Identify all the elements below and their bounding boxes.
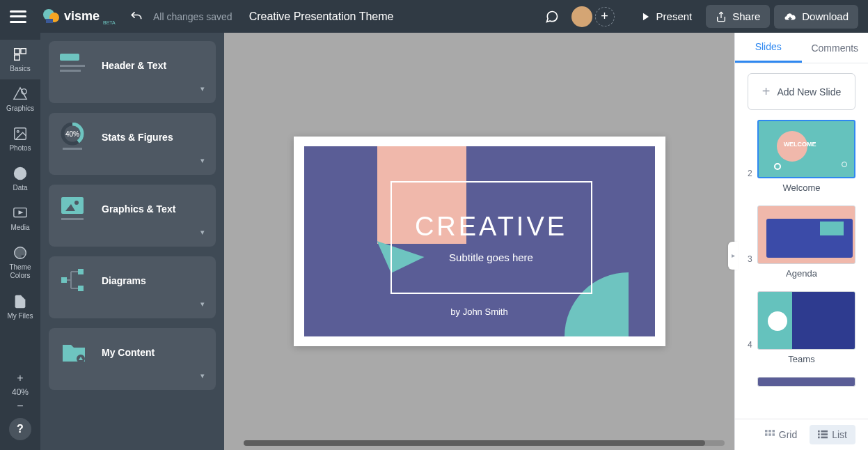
plus-icon: + [762, 84, 771, 100]
chevron-down-icon: ▾ [60, 84, 205, 93]
graphics-text-icon [60, 194, 89, 224]
tab-comments[interactable]: Comments [802, 33, 869, 63]
grid-view-button[interactable]: Grid [757, 425, 805, 444]
svg-rect-39 [818, 430, 820, 433]
thumbnail-agenda[interactable]: 3 Agenda [748, 205, 855, 279]
rail-media[interactable]: Media [0, 199, 40, 238]
tab-slides[interactable]: Slides [735, 33, 802, 63]
svg-rect-44 [821, 437, 828, 439]
chevron-down-icon: ▾ [60, 300, 205, 309]
title-frame[interactable]: CREATIVE Subtitle goes here [390, 181, 592, 294]
rail-my-files[interactable]: My Files [0, 287, 40, 327]
slide-title[interactable]: CREATIVE [415, 212, 567, 242]
download-button[interactable]: Download [774, 5, 858, 29]
thumbnail-welcome[interactable]: 2 WELCOME Welcome [748, 120, 855, 193]
stats-icon: 40% [60, 123, 89, 152]
svg-rect-37 [768, 433, 771, 436]
category-my-content[interactable]: My Content ▾ [49, 328, 216, 390]
add-collaborator-button[interactable]: + [595, 7, 615, 26]
svg-marker-15 [19, 211, 22, 214]
slide-subtitle[interactable]: Subtitle goes here [449, 251, 533, 263]
canvas[interactable]: CREATIVE Subtitle goes here by John Smit… [224, 33, 734, 450]
add-slide-button[interactable]: + Add New Slide [748, 73, 855, 110]
category-header-text[interactable]: Header & Text ▾ [49, 41, 216, 103]
svg-rect-8 [21, 49, 26, 54]
svg-marker-5 [642, 13, 648, 20]
svg-rect-30 [78, 286, 84, 291]
category-graphics-text[interactable]: Graphics & Text ▾ [49, 185, 216, 247]
thumbnail-image[interactable] [757, 291, 855, 350]
horizontal-scrollbar[interactable] [244, 440, 725, 446]
chevron-down-icon: ▾ [60, 371, 205, 380]
svg-text:BETA: BETA [103, 20, 116, 25]
left-rail: Basics Graphics Photos Data Media Theme … [0, 33, 40, 450]
slide-editor[interactable]: CREATIVE Subtitle goes here by John Smit… [294, 137, 665, 346]
svg-rect-7 [15, 49, 19, 54]
svg-rect-40 [821, 430, 828, 433]
slide-thumbnails: 2 WELCOME Welcome 3 Agenda 4 [735, 120, 868, 419]
svg-rect-19 [60, 70, 81, 72]
top-bar: vismeBETA All changes saved Creative Pre… [0, 0, 868, 33]
thumbnail-teams[interactable]: 4 Teams [748, 291, 855, 364]
svg-text:visme: visme [64, 9, 100, 23]
right-panel: ▸ Slides Comments + Add New Slide 2 WELC… [734, 33, 868, 450]
undo-icon[interactable] [129, 10, 143, 24]
category-diagrams[interactable]: Diagrams ▾ [49, 256, 216, 318]
rail-data[interactable]: Data [0, 159, 40, 199]
header-text-icon [60, 51, 89, 80]
category-stats-figures[interactable]: 40% Stats & Figures ▾ [49, 113, 216, 175]
help-button[interactable]: ? [9, 418, 31, 440]
svg-rect-9 [15, 55, 19, 60]
svg-rect-2 [46, 19, 53, 23]
svg-rect-28 [61, 277, 67, 283]
zoom-control[interactable]: + 40% − [12, 372, 29, 412]
zoom-in-icon[interactable]: + [17, 372, 23, 385]
zoom-out-icon[interactable]: − [17, 400, 23, 412]
svg-rect-34 [768, 430, 771, 433]
list-view-button[interactable]: List [810, 425, 855, 444]
svg-rect-24 [61, 197, 84, 214]
thumbnail-image[interactable]: WELCOME [757, 120, 855, 178]
svg-rect-18 [60, 65, 85, 67]
svg-point-13 [17, 130, 19, 132]
rail-photos[interactable]: Photos [0, 119, 40, 159]
category-panel: Header & Text ▾ 40% Stats & Figures ▾ Gr… [40, 33, 224, 450]
svg-rect-41 [818, 433, 820, 435]
menu-icon[interactable] [10, 10, 26, 23]
download-label: Download [802, 10, 849, 22]
rail-theme-colors[interactable]: Theme Colors [0, 238, 40, 287]
rail-graphics[interactable]: Graphics [0, 79, 40, 119]
svg-rect-35 [772, 430, 775, 433]
right-tabs: Slides Comments [735, 33, 868, 63]
svg-rect-38 [772, 433, 775, 436]
present-button[interactable]: Present [631, 5, 702, 28]
svg-rect-17 [60, 54, 79, 61]
share-button[interactable]: Share [706, 5, 770, 28]
diagrams-icon [60, 266, 89, 295]
slide-author[interactable]: by John Smith [304, 307, 655, 317]
svg-rect-36 [765, 433, 768, 436]
logo[interactable]: vismeBETA [40, 6, 117, 27]
thumbnail-image[interactable] [757, 205, 855, 264]
svg-rect-43 [818, 437, 820, 439]
present-label: Present [656, 10, 693, 22]
comment-icon[interactable] [545, 10, 559, 24]
chevron-down-icon: ▾ [60, 228, 205, 237]
user-avatar[interactable] [571, 6, 592, 27]
chevron-down-icon: ▾ [60, 156, 205, 165]
rail-basics[interactable]: Basics [0, 40, 40, 79]
svg-text:40%: 40% [65, 130, 79, 138]
svg-point-26 [74, 201, 79, 205]
collapse-handle[interactable]: ▸ [728, 242, 738, 270]
thumbnail-next[interactable] [748, 377, 855, 387]
zoom-value: 40% [12, 387, 29, 397]
document-title[interactable]: Creative Presentation Theme [249, 10, 394, 23]
thumbnail-image[interactable] [757, 377, 855, 387]
svg-rect-29 [78, 269, 84, 274]
svg-rect-23 [63, 148, 82, 150]
view-toggle: Grid List [735, 419, 868, 450]
svg-rect-27 [61, 218, 84, 220]
share-label: Share [732, 10, 760, 22]
svg-rect-42 [821, 433, 828, 435]
svg-rect-33 [765, 430, 768, 433]
